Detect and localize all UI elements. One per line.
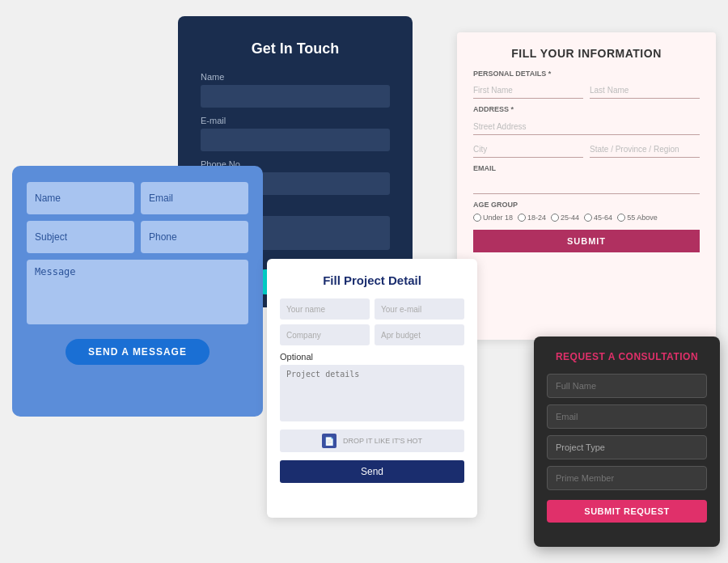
city-state-row — [473, 142, 700, 158]
city-input[interactable] — [473, 142, 583, 158]
age-group-label: AGE GROUP — [473, 201, 700, 209]
message-textarea[interactable] — [27, 260, 248, 324]
last-name-input[interactable] — [590, 83, 700, 99]
age-55-above[interactable]: 55 Above — [617, 214, 658, 222]
email-label: E-mail — [201, 116, 390, 125]
address-label: ADDRESS * — [473, 105, 700, 113]
age-25-44[interactable]: 25-44 — [551, 214, 579, 222]
blue-simple-card: SEND A MESSAGE — [12, 166, 263, 417]
project-detail-card: Fill Project Detail Optional 📄 DROP IT L… — [267, 259, 477, 518]
fill-info-title: FILL YOUR INFORMATION — [473, 47, 700, 60]
prime-member-input[interactable] — [547, 466, 707, 490]
drop-label: DROP IT LIKE IT'S HOT — [343, 437, 422, 445]
optional-label: Optional — [280, 352, 464, 362]
name-input[interactable] — [201, 85, 390, 108]
email-input[interactable] — [473, 178, 700, 194]
name-email-row — [280, 298, 464, 320]
name-input[interactable] — [27, 182, 134, 214]
project-details-textarea[interactable] — [280, 365, 464, 421]
name-row — [473, 83, 700, 99]
age-group-radios: Under 18 18-24 25-44 45-64 55 Above — [473, 214, 700, 222]
subject-input[interactable] — [27, 221, 134, 253]
budget-input[interactable] — [375, 324, 464, 345]
project-type-select[interactable]: Project Type — [547, 435, 707, 459]
message-area — [27, 260, 248, 328]
email-input[interactable] — [201, 129, 390, 151]
age-under18[interactable]: Under 18 — [473, 214, 513, 222]
full-name-input[interactable] — [547, 374, 707, 398]
fields-row2 — [27, 221, 248, 253]
your-name-input[interactable] — [280, 298, 370, 320]
project-send-button[interactable]: Send — [280, 460, 464, 483]
get-in-touch-title: Get In Touch — [201, 40, 390, 57]
age-18-24[interactable]: 18-24 — [518, 214, 546, 222]
age-45-64[interactable]: 45-64 — [584, 214, 612, 222]
your-email-input[interactable] — [375, 298, 464, 320]
name-label: Name — [201, 72, 390, 82]
consultation-card: REQUEST A CONSULTATION Project Type SUBM… — [534, 337, 720, 547]
state-input[interactable] — [590, 142, 700, 158]
email-input[interactable] — [141, 182, 248, 214]
email-section-label: EMAIL — [473, 164, 700, 172]
project-title: Fill Project Detail — [280, 273, 464, 287]
fill-info-submit-button[interactable]: SUBMIT — [473, 230, 700, 252]
fields-row1 — [27, 182, 248, 214]
fill-info-card: FILL YOUR INFORMATION PERSONAL DETAILS *… — [457, 32, 716, 340]
street-address-input[interactable] — [473, 119, 700, 135]
consultation-title: REQUEST A CONSULTATION — [547, 351, 707, 362]
consultation-email-input[interactable] — [547, 404, 707, 429]
personal-details-label: PERSONAL DETAILS * — [473, 70, 700, 78]
consultation-submit-button[interactable]: SUBMIT REQUEST — [547, 500, 707, 523]
file-icon: 📄 — [322, 434, 336, 448]
company-budget-row — [280, 324, 464, 345]
send-button[interactable]: SEND A MESSAGE — [66, 339, 210, 365]
first-name-input[interactable] — [473, 83, 583, 99]
phone-input[interactable] — [141, 221, 248, 253]
drop-zone[interactable]: 📄 DROP IT LIKE IT'S HOT — [280, 430, 464, 452]
company-input[interactable] — [280, 324, 370, 345]
